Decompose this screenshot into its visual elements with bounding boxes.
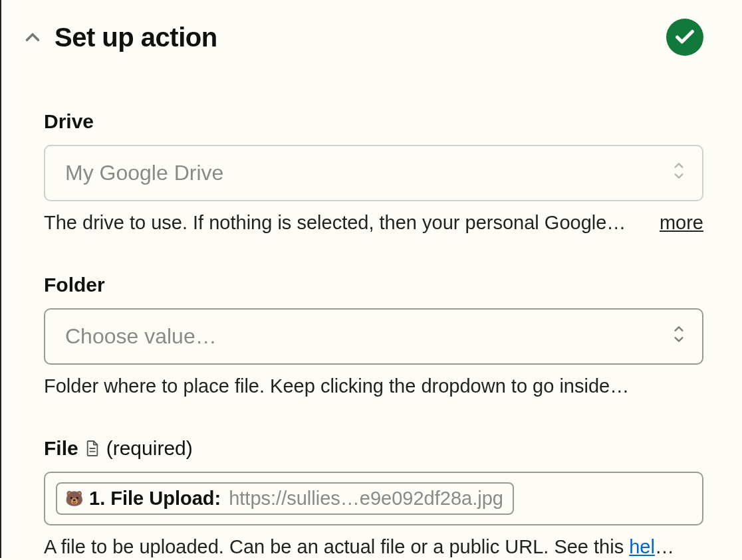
- folder-field: Folder Choose value… Folder where to pla…: [44, 274, 703, 397]
- folder-helper-text: Folder where to place file. Keep clickin…: [44, 375, 629, 397]
- file-label-row: File (required): [44, 437, 703, 460]
- file-helper-prefix: A file to be uploaded. Can be an actual …: [44, 536, 629, 557]
- drive-helper-row: The drive to use. If nothing is selected…: [44, 212, 703, 234]
- drive-helper-text: The drive to use. If nothing is selected…: [44, 212, 626, 234]
- section-header-left: Set up action: [21, 23, 217, 52]
- file-value-pill[interactable]: 🐻 1. File Upload: https://sullies…e9e092…: [56, 482, 514, 515]
- file-icon: [85, 440, 100, 457]
- file-pill-label: 1. File Upload:: [89, 488, 221, 510]
- source-app-icon: 🐻: [64, 489, 84, 509]
- folder-select-value: Choose value…: [65, 324, 217, 348]
- file-required: (required): [106, 437, 193, 460]
- folder-select[interactable]: Choose value…: [44, 308, 703, 365]
- section-header: Set up action: [21, 19, 703, 56]
- file-helper-text: A file to be uploaded. Can be an actual …: [44, 536, 674, 558]
- drive-select[interactable]: My Google Drive: [44, 145, 703, 201]
- drive-more-link[interactable]: more: [660, 212, 703, 234]
- file-pill-value: https://sullies…e9e092df28a.jpg: [229, 488, 503, 510]
- file-label: File: [44, 437, 78, 460]
- setup-action-section: Set up action Drive My Google Drive The …: [0, 0, 742, 558]
- updown-icon: [670, 323, 687, 351]
- file-field: File (required) 🐻 1. File Upload: https:…: [44, 437, 703, 558]
- folder-helper-row: Folder where to place file. Keep clickin…: [44, 375, 703, 397]
- drive-field: Drive My Google Drive The drive to use. …: [44, 110, 703, 234]
- chevron-up-icon[interactable]: [21, 26, 44, 48]
- folder-label: Folder: [44, 274, 703, 296]
- section-title: Set up action: [55, 23, 217, 52]
- file-helper-row: A file to be uploaded. Can be an actual …: [44, 536, 703, 558]
- file-helper-suffix: …: [655, 536, 674, 557]
- updown-icon: [670, 159, 687, 187]
- file-help-link[interactable]: hel: [629, 536, 655, 557]
- file-input[interactable]: 🐻 1. File Upload: https://sullies…e9e092…: [44, 472, 703, 525]
- drive-select-value: My Google Drive: [65, 161, 223, 185]
- status-complete-icon: [666, 19, 703, 56]
- drive-label: Drive: [44, 110, 703, 133]
